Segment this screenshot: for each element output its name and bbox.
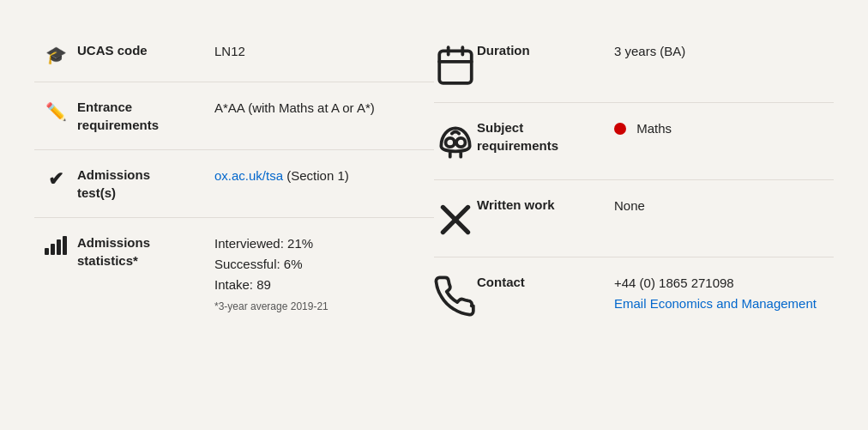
tsa-link[interactable]: ox.ac.uk/tsa (214, 168, 283, 183)
written-work-row: Written work None (434, 180, 834, 257)
admissions-stats-value: Interviewed: 21% Successful: 6% Intake: … (214, 233, 434, 315)
graduation-icon (34, 41, 77, 66)
admissions-stats-label: Admissions statistics* (77, 233, 214, 270)
svg-point-4 (446, 138, 455, 147)
contact-label: Contact (477, 273, 614, 291)
contact-row: Contact +44 (0) 1865 271098 Email Econom… (434, 257, 834, 334)
subject-dot (614, 123, 626, 135)
entrance-row: Entrance requirements A*AA (with Maths a… (34, 82, 434, 150)
bar-chart-icon (34, 233, 77, 255)
entrance-value: A*AA (with Maths at A or A*) (214, 98, 434, 118)
admissions-test-row: Admissions test(s) ox.ac.uk/tsa (Section… (34, 150, 434, 218)
x-mark-icon (434, 196, 477, 241)
check-icon (34, 166, 77, 191)
subject-label: Subject requirements (477, 118, 614, 154)
owl-icon (434, 118, 477, 164)
ucas-label: UCAS code (77, 41, 214, 59)
svg-rect-0 (439, 51, 472, 82)
subject-value: Maths (614, 118, 834, 139)
svg-point-5 (456, 138, 465, 147)
admissions-test-value: ox.ac.uk/tsa (Section 1) (214, 166, 434, 186)
intake-stat: Intake: 89 (214, 275, 434, 295)
pencil-icon (34, 98, 77, 123)
duration-row: Duration 3 years (BA) (434, 26, 834, 103)
subject-row: Subject requirements Maths (434, 103, 834, 180)
phone-icon (434, 273, 477, 318)
stats-note: *3-year average 2019-21 (214, 299, 434, 315)
admissions-test-label: Admissions test(s) (77, 166, 214, 202)
contact-phone: +44 (0) 1865 271098 (614, 273, 834, 294)
written-work-label: Written work (477, 196, 614, 214)
left-column: UCAS code LN12 Entrance requirements A*A… (34, 26, 434, 404)
calendar-icon (434, 41, 477, 87)
right-column: Duration 3 years (BA) Subject requiremen… (434, 26, 834, 404)
interviewed-stat: Interviewed: 21% (214, 233, 434, 254)
ucas-row: UCAS code LN12 (34, 26, 434, 82)
written-work-value: None (614, 196, 834, 216)
admissions-stats-row: Admissions statistics* Interviewed: 21% … (34, 218, 434, 330)
info-card: UCAS code LN12 Entrance requirements A*A… (0, 0, 868, 430)
successful-stat: Successful: 6% (214, 254, 434, 275)
duration-value: 3 years (BA) (614, 41, 834, 62)
entrance-label: Entrance requirements (77, 98, 214, 134)
duration-label: Duration (477, 41, 614, 59)
contact-value: +44 (0) 1865 271098 Email Economics and … (614, 273, 834, 314)
ucas-value: LN12 (214, 41, 434, 62)
email-link[interactable]: Email Economics and Management (614, 296, 817, 311)
